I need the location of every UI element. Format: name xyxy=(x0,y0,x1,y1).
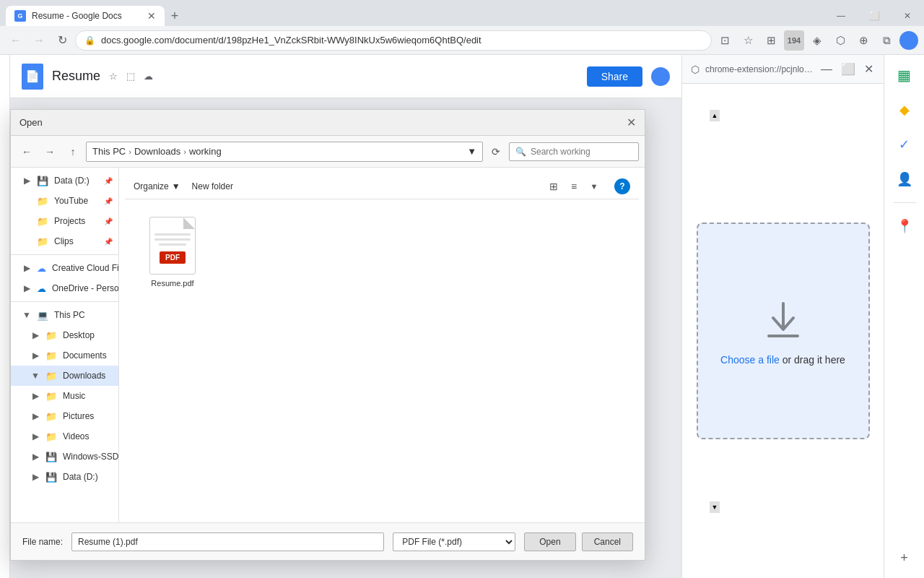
expand-icon: ▼ xyxy=(22,311,31,319)
sidebar-label-documents: Documents xyxy=(63,350,107,361)
filetype-select[interactable]: PDF File (*.pdf) All Files (*.*) xyxy=(393,532,515,551)
cast-button[interactable]: ⊡ xyxy=(715,30,735,51)
file-main-area: Organize ▼ New folder ⊞ ≡ ▼ ? xyxy=(119,168,645,522)
pin-icon: 📌 xyxy=(104,217,113,225)
expand-icon: ▶ xyxy=(31,351,40,360)
pin-icon: 📌 xyxy=(104,238,113,246)
expand-icon: ▶ xyxy=(31,331,40,340)
sidebar-label-creative-cloud: Creative Cloud Fil... xyxy=(52,263,118,273)
file-toolbar: Organize ▼ New folder ⊞ ≡ ▼ ? xyxy=(125,173,639,199)
organize-label: Organize xyxy=(134,181,169,191)
file-item-resume-pdf[interactable]: PDF Resume.pdf xyxy=(136,211,209,290)
sidebar-item-this-pc[interactable]: ▼ 💻 This PC xyxy=(11,305,118,325)
sidebar-item-desktop[interactable]: ▶ 📁 Desktop xyxy=(11,325,118,345)
breadcrumb-this-pc[interactable]: This PC xyxy=(92,146,126,157)
sidebar-item-data-d[interactable]: ▶ 💾 Data (D:) 📌 xyxy=(11,171,118,191)
new-folder-button[interactable]: New folder xyxy=(192,181,233,191)
new-tab-button[interactable]: + xyxy=(165,6,185,26)
view-option-button[interactable]: ⊞ xyxy=(545,178,562,195)
help-button[interactable]: ? xyxy=(614,178,630,194)
cancel-button[interactable]: Cancel xyxy=(582,532,633,551)
breadcrumb-sep2: › xyxy=(183,147,186,156)
expand-icon: ▶ xyxy=(22,284,31,293)
sidebar-toggle[interactable]: ⧉ xyxy=(876,30,897,51)
restore-button[interactable]: ⬜ xyxy=(858,6,891,26)
open-button[interactable]: Open xyxy=(524,532,575,551)
sidebar-item-downloads[interactable]: ▼ 📁 Downloads xyxy=(11,366,118,386)
profile-avatar[interactable] xyxy=(899,31,918,50)
extensions-button[interactable]: ⊞ xyxy=(761,30,781,51)
pin-icon: 📌 xyxy=(104,177,113,185)
drive-icon: 💾 xyxy=(45,452,57,462)
dialog-back-button[interactable]: ← xyxy=(17,142,37,162)
breadcrumb-bar: This PC › Downloads › working ▼ xyxy=(86,142,483,162)
sidebar-label-onedrive: OneDrive - Person... xyxy=(52,283,118,293)
dialog-title: Open xyxy=(19,117,627,128)
folder-icon: 📁 xyxy=(45,350,57,361)
file-icon-resume: PDF xyxy=(147,217,198,275)
details-view-button[interactable]: ≡ xyxy=(565,178,583,195)
ext4-button[interactable]: ⊕ xyxy=(853,30,873,51)
ext1-button[interactable]: 194 xyxy=(784,30,804,51)
back-button[interactable]: ← xyxy=(6,30,26,51)
sidebar-item-pictures[interactable]: ▶ 📁 Pictures xyxy=(11,406,118,426)
expand-icon: ▶ xyxy=(22,264,31,272)
ext2-button[interactable]: ◈ xyxy=(807,30,827,51)
bookmark-button[interactable]: ☆ xyxy=(738,30,758,51)
reload-button[interactable]: ↻ xyxy=(52,30,72,51)
sidebar-label-windows-ssd: Windows-SSD (C... xyxy=(63,452,118,462)
organize-arrow: ▼ xyxy=(172,181,180,191)
sidebar-item-projects[interactable]: 📁 Projects 📌 xyxy=(11,211,118,231)
breadcrumb-downloads[interactable]: Downloads xyxy=(134,146,180,157)
sidebar-label-pictures: Pictures xyxy=(63,411,94,421)
sidebar-label-music: Music xyxy=(63,391,85,401)
view-dropdown-button[interactable]: ▼ xyxy=(585,178,603,195)
sidebar-item-creative-cloud[interactable]: ▶ ☁ Creative Cloud Fil... xyxy=(11,258,118,278)
expand-icon: ▶ xyxy=(31,432,40,441)
sidebar-item-youtube[interactable]: 📁 YouTube 📌 xyxy=(11,191,118,211)
expand-icon: ▶ xyxy=(31,412,40,420)
sidebar-item-data-d2[interactable]: ▶ 💾 Data (D:) xyxy=(11,467,118,487)
breadcrumb-sep1: › xyxy=(128,147,131,156)
dialog-close-button[interactable]: ✕ xyxy=(627,116,636,129)
file-line xyxy=(154,233,191,236)
breadcrumb-dropdown[interactable]: ▼ xyxy=(467,146,476,157)
sidebar-item-documents[interactable]: ▶ 📁 Documents xyxy=(11,345,118,366)
file-name-resume: Resume.pdf xyxy=(151,279,193,288)
cloud-icon: ☁ xyxy=(37,263,46,274)
sidebar-item-windows-ssd[interactable]: ▶ 💾 Windows-SSD (C... xyxy=(11,447,118,467)
address-text: docs.google.com/document/d/198pzHe1_VnZc… xyxy=(101,35,702,46)
minimize-button[interactable]: — xyxy=(824,6,858,26)
dialog-refresh-button[interactable]: ⟳ xyxy=(486,142,506,162)
close-button[interactable]: ✕ xyxy=(891,6,924,26)
dialog-bottom-bar: File name: PDF File (*.pdf) All Files (*… xyxy=(11,522,645,560)
address-bar[interactable]: 🔒 docs.google.com/document/d/198pzHe1_Vn… xyxy=(75,30,712,51)
dialog-up-button[interactable]: ↑ xyxy=(63,142,83,162)
dialog-sidebar: ▶ 💾 Data (D:) 📌 📁 YouTube 📌 xyxy=(11,168,119,522)
sidebar-item-videos[interactable]: ▶ 📁 Videos xyxy=(11,426,118,447)
file-line xyxy=(154,238,191,241)
drive-icon: 💾 xyxy=(37,176,48,186)
sidebar-item-onedrive[interactable]: ▶ ☁ OneDrive - Person... xyxy=(11,278,118,298)
ext3-button[interactable]: ⬡ xyxy=(830,30,850,51)
expand-icon xyxy=(22,217,31,225)
search-box[interactable]: 🔍 xyxy=(509,142,639,161)
dialog-forward-button[interactable]: → xyxy=(40,142,60,162)
forward-button[interactable]: → xyxy=(29,30,49,51)
tab-favicon: G xyxy=(14,10,26,22)
filename-input[interactable] xyxy=(71,532,384,551)
sidebar-item-clips[interactable]: 📁 Clips 📌 xyxy=(11,231,118,251)
tab-close-button[interactable]: ✕ xyxy=(147,11,156,21)
lock-icon: 🔒 xyxy=(84,35,95,46)
folder-icon: 📁 xyxy=(45,431,57,442)
breadcrumb-working[interactable]: working xyxy=(189,146,222,157)
folder-icon: 📁 xyxy=(45,330,57,341)
sidebar-item-music[interactable]: ▶ 📁 Music xyxy=(11,386,118,406)
sidebar-label-videos: Videos xyxy=(63,431,89,441)
action-buttons: Open Cancel xyxy=(524,532,633,551)
folder-icon: 📁 xyxy=(37,216,48,227)
browser-tab[interactable]: G Resume - Google Docs ✕ xyxy=(6,6,165,26)
organize-button[interactable]: Organize ▼ xyxy=(134,181,180,191)
expand-icon: ▼ xyxy=(31,371,40,380)
search-input[interactable] xyxy=(531,147,639,157)
